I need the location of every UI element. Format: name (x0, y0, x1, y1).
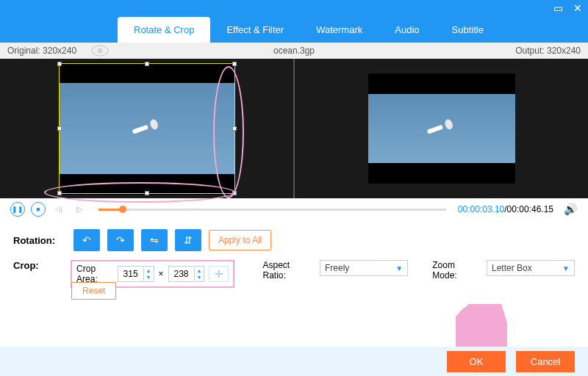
eye-icon[interactable] (91, 45, 109, 57)
svg-point-1 (98, 48, 103, 54)
pause-button[interactable]: ❚❚ (10, 202, 25, 217)
seek-thumb[interactable] (119, 206, 126, 213)
titlebar: ▭ ✕ (0, 0, 588, 16)
tab-watermark[interactable]: Watermark (300, 17, 379, 43)
times-label: × (159, 269, 164, 279)
preview-output (295, 59, 588, 198)
flip-horizontal-button[interactable]: ⇋ (141, 229, 168, 251)
prev-frame-button[interactable]: ◁| (51, 202, 66, 217)
seek-bar[interactable] (98, 209, 446, 211)
stop-button[interactable]: ■ (31, 202, 46, 217)
crop-box[interactable] (59, 63, 235, 194)
time-display: 00:00:03.10/00:00:46.15 (458, 204, 553, 214)
crop-handle[interactable] (145, 191, 149, 195)
original-label: Original: (7, 46, 40, 56)
crop-handle[interactable] (232, 191, 237, 195)
volume-icon[interactable]: 🔊 (564, 203, 578, 216)
crop-handle[interactable] (57, 191, 62, 195)
rotate-left-button[interactable]: ↶ (74, 229, 100, 251)
preview-area (0, 59, 588, 198)
ok-button[interactable]: OK (447, 351, 506, 372)
crop-handle[interactable] (57, 62, 62, 66)
filename: ocean.3gp (273, 46, 315, 56)
preview-original[interactable] (0, 59, 295, 198)
reset-button[interactable]: Reset (71, 282, 116, 300)
output-label: Output: (515, 46, 544, 56)
flip-vertical-button[interactable]: ⇵ (175, 229, 201, 251)
original-size: 320x240 (43, 46, 76, 56)
crop-handle[interactable] (232, 62, 237, 66)
crop-area-label: Crop Area: (76, 264, 112, 284)
tab-audio[interactable]: Audio (379, 17, 435, 43)
tab-bar: Rotate & Crop Effect & Filter Watermark … (0, 16, 588, 43)
crop-width-spinner[interactable]: ▲▼ (118, 266, 154, 282)
crop-center-icon[interactable]: ✛ (209, 266, 228, 282)
controls: Rotation: ↶ ↷ ⇋ ⇵ Apply to All Crop: Cro… (0, 220, 588, 306)
tab-effect-filter[interactable]: Effect & Filter (210, 17, 300, 43)
crop-controls: Crop Area: ▲▼ × ▲▼ ✛ Reset (71, 260, 234, 288)
crop-height-input[interactable] (169, 269, 194, 279)
video-content (426, 118, 458, 140)
crop-handle[interactable] (232, 126, 237, 131)
rotate-right-button[interactable]: ↷ (107, 229, 134, 251)
output-size: 320x240 (547, 46, 581, 56)
crop-label: Crop: (13, 260, 63, 271)
crop-width-input[interactable] (118, 269, 143, 279)
minimize-button[interactable]: ▭ (553, 2, 563, 14)
video-frame-output (368, 73, 515, 184)
close-button[interactable]: ✕ (573, 2, 582, 14)
spin-up-icon[interactable]: ▲ (195, 267, 204, 274)
aspect-ratio-label: Aspect Ratio: (263, 260, 313, 281)
svg-line-2 (462, 310, 492, 342)
crop-handle[interactable] (145, 62, 149, 66)
rotation-row: Rotation: ↶ ↷ ⇋ ⇵ Apply to All (13, 229, 575, 251)
zoom-mode-label: Zoom Mode: (432, 260, 479, 281)
zoom-mode-select[interactable]: Letter Box▼ (487, 260, 575, 276)
crop-row-outer: Crop: Crop Area: ▲▼ × ▲▼ ✛ Reset Aspect … (13, 260, 575, 288)
bottom-bar: OK Cancel (0, 347, 588, 376)
tab-subtitle[interactable]: Subtitle (436, 17, 500, 43)
cancel-button[interactable]: Cancel (516, 351, 575, 372)
spin-down-icon[interactable]: ▼ (144, 274, 154, 281)
spin-up-icon[interactable]: ▲ (144, 267, 154, 274)
chevron-down-icon: ▼ (562, 264, 570, 272)
info-bar: Original: 320x240 ocean.3gp Output: 320x… (0, 43, 588, 59)
spin-down-icon[interactable]: ▼ (195, 274, 204, 281)
rotation-label: Rotation: (13, 235, 66, 246)
apply-all-button[interactable]: Apply to All (209, 230, 271, 250)
aspect-ratio-select[interactable]: Freely▼ (320, 260, 408, 276)
crop-handle[interactable] (57, 126, 62, 131)
playback-bar: ❚❚ ■ ◁| |▷ 00:00:03.10/00:00:46.15 🔊 (0, 198, 588, 220)
chevron-down-icon: ▼ (395, 264, 403, 272)
tab-rotate-crop[interactable]: Rotate & Crop (118, 17, 210, 43)
crop-height-spinner[interactable]: ▲▼ (168, 266, 205, 282)
next-frame-button[interactable]: |▷ (72, 202, 87, 217)
